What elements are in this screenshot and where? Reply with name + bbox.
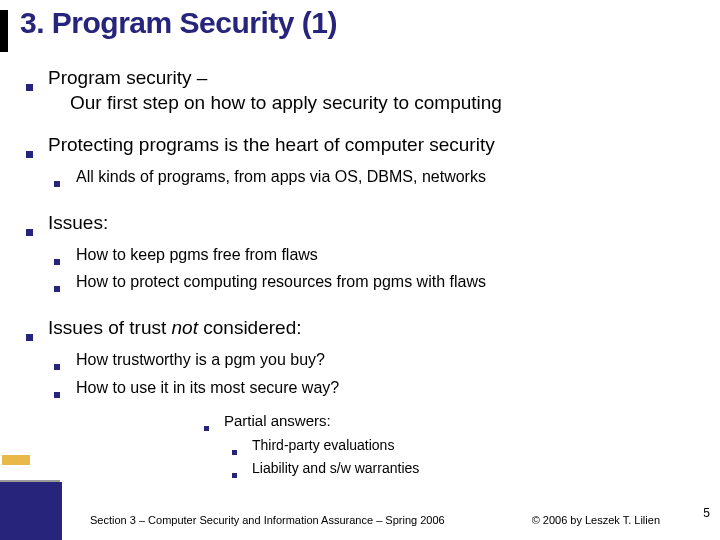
bullet-text: How to use it in its most secure way? (76, 378, 716, 404)
bullet-marker (232, 459, 252, 482)
bullet-level1: Issues: (26, 211, 716, 243)
bullet-level2: How trustworthy is a pgm you buy? (54, 350, 716, 376)
decoration-corner-square (0, 482, 62, 540)
bullet-level3: Partial answers: (204, 411, 716, 436)
footer-section: Section 3 – Computer Security and Inform… (90, 514, 445, 526)
bullet-marker (204, 411, 224, 436)
bullet-level2: How to keep pgms free from flaws (54, 245, 716, 271)
bullet-level4: Third-party evaluations (232, 436, 716, 459)
bullet-marker (54, 167, 76, 193)
bullet-text: All kinds of programs, from apps via OS,… (76, 167, 716, 193)
decoration-top-bar (0, 10, 8, 52)
bullet-text: Liability and s/w warranties (252, 459, 419, 482)
slide-title: 3. Program Security (1) (20, 6, 337, 40)
bullet-marker (54, 378, 76, 404)
bullet-marker (232, 436, 252, 459)
bullet-marker (54, 245, 76, 271)
bullet-text: How to protect computing resources from … (76, 272, 716, 298)
footer-copyright: © 2006 by Leszek T. Lilien (532, 514, 660, 526)
bullet-level1: Issues of trust not considered: (26, 316, 716, 348)
bullet-text: Issues of trust not considered: (48, 316, 716, 348)
bullet-marker (54, 350, 76, 376)
bullet-text: Program security – (48, 67, 207, 88)
bullet-level1: Protecting programs is the heart of comp… (26, 133, 716, 165)
bullet-marker (54, 272, 76, 298)
bullet-level2: How to protect computing resources from … (54, 272, 716, 298)
bullet-level2: All kinds of programs, from apps via OS,… (54, 167, 716, 193)
bullet-text: Protecting programs is the heart of comp… (48, 133, 716, 165)
bullet-level1: Program security – Our first step on how… (26, 66, 716, 115)
partial-answers-block: Partial answers: Third-party evaluations… (204, 411, 716, 482)
bullet-marker (26, 66, 48, 115)
bullet-marker (26, 133, 48, 165)
bullet-text: Issues: (48, 211, 716, 243)
bullet-level2: How to use it in its most secure way? (54, 378, 716, 404)
bullet-marker (26, 211, 48, 243)
bullet-text-cont: Our first step on how to apply security … (70, 92, 502, 113)
bullet-text: How to keep pgms free from flaws (76, 245, 716, 271)
page-number: 5 (703, 506, 710, 520)
bullet-text: Partial answers: (224, 411, 331, 436)
bullet-text: How trustworthy is a pgm you buy? (76, 350, 716, 376)
slide-body: Program security – Our first step on how… (26, 60, 716, 482)
bullet-level4: Liability and s/w warranties (232, 459, 716, 482)
bullet-marker (26, 316, 48, 348)
bullet-text: Third-party evaluations (252, 436, 394, 459)
